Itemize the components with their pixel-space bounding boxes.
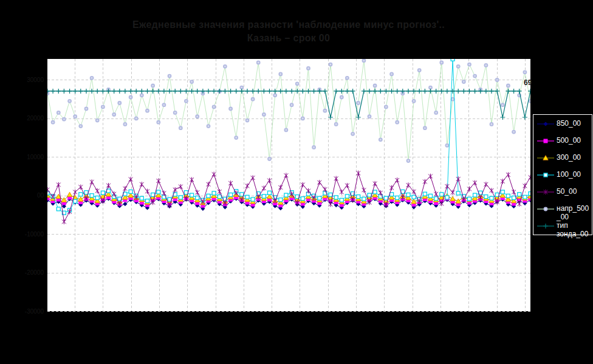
- legend-item-300_00: 300_00: [536, 153, 592, 170]
- legend-item-50_00: 50_00: [536, 187, 592, 204]
- legend-label-напр_500_00: напр_500 _00: [557, 204, 589, 221]
- legend-marker-100_00: [536, 171, 555, 179]
- legend-item-напр_500_00: напр_500 _00: [536, 204, 592, 221]
- legend-marker-300_00: [536, 154, 555, 162]
- chart-window: Ежедневные значения разности 'наблюдение…: [0, 0, 593, 364]
- y-tick-label: -10000: [25, 231, 44, 238]
- legend-marker-500_00: [536, 137, 555, 145]
- legend-label-500_00: 500_00: [557, 136, 581, 145]
- legend-item-100_00: 100_00: [536, 170, 592, 187]
- chart-plot: 30000200001000000-10000-20000-3000069: [0, 0, 593, 364]
- legend-label-850_00: 850_00: [557, 119, 581, 128]
- y-axis-labels: 30000200001000000-10000-20000-30000: [25, 77, 44, 315]
- legend-label-300_00: 300_00: [557, 153, 581, 162]
- y-tick-label: 30000: [27, 77, 44, 83]
- last-point-value-label: 69: [524, 78, 532, 87]
- legend-item-850_00: 850_00: [536, 119, 592, 136]
- y-tick-label: 20000: [27, 115, 44, 122]
- legend-label-100_00: 100_00: [557, 170, 581, 179]
- legend-item-500_00: 500_00: [536, 136, 592, 153]
- legend-item-тип зонда_00: тип зонда_00: [536, 221, 592, 238]
- legend-marker-50_00: [536, 188, 555, 196]
- y-tick-label: -20000: [25, 269, 44, 276]
- legend-label-тип зонда_00: тип зонда_00: [557, 221, 588, 238]
- legend-marker-тип зонда_00: [536, 222, 555, 230]
- y-tick-label: -30000: [25, 308, 44, 315]
- legend-box: 850_00500_00300_00100_0050_00напр_500 _0…: [533, 114, 592, 235]
- y-tick-label: 00: [37, 192, 44, 199]
- legend-marker-напр_500_00: [536, 205, 555, 213]
- y-tick-label: 10000: [27, 154, 44, 160]
- legend-marker-850_00: [536, 120, 555, 128]
- legend-label-50_00: 50_00: [557, 187, 577, 196]
